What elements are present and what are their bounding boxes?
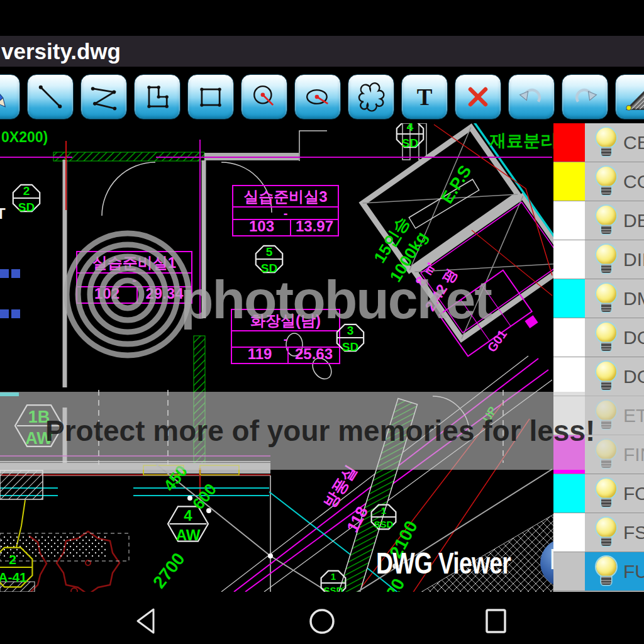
tool-revision-cloud-button[interactable] (348, 74, 394, 119)
dwg-viewer-logo-icon: D WG (540, 538, 553, 587)
dwg-viewer-watermark: DWG Viewer D WG (376, 538, 553, 587)
dwg-viewer-wordmark: DWG Viewer (376, 546, 511, 580)
layer-visibility-bulb-icon[interactable] (596, 401, 617, 430)
layer-label: ETC (623, 405, 644, 426)
layer-label: DOO (623, 327, 644, 348)
photobucket-wordmark: photobucket (180, 269, 492, 330)
tool-undo-button[interactable] (508, 74, 555, 119)
layer-row[interactable]: FSD (553, 513, 644, 552)
recents-icon[interactable] (487, 610, 505, 632)
layers-panel: CEN COL DEF DIM (553, 123, 644, 592)
layer-label: DOS (623, 366, 644, 387)
layer-visibility-bulb-icon[interactable] (596, 479, 617, 508)
layer-row[interactable]: DOS (553, 357, 644, 396)
layer-label: CEN (623, 132, 644, 153)
tool-polygon-button[interactable] (134, 74, 180, 119)
tool-pencil-button[interactable] (0, 74, 20, 119)
layer-color-swatch (553, 474, 585, 513)
layer-color-swatch (553, 240, 585, 279)
home-icon[interactable] (311, 610, 333, 633)
layer-visibility-bulb-icon[interactable] (596, 557, 617, 586)
layer-visibility-bulb-icon[interactable] (596, 245, 617, 274)
drawing-toolbar: T (0, 70, 644, 123)
layer-visibility-bulb-icon[interactable] (596, 518, 617, 547)
layer-visibility-bulb-icon[interactable] (596, 206, 617, 235)
tool-text-button[interactable]: T (401, 74, 448, 119)
layer-color-swatch (553, 123, 585, 162)
layer-row[interactable]: DM (553, 279, 644, 318)
layer-label: DEF (623, 210, 644, 231)
tool-delete-button[interactable] (455, 74, 501, 119)
android-navbar (0, 592, 644, 644)
photobucket-watermark: photobucket (0, 123, 553, 592)
layer-visibility-bulb-icon[interactable] (596, 440, 617, 469)
drawing-canvas[interactable]: 실습준비실3-10313.97실습준비실1-10229.34화장실(남)-119… (0, 123, 553, 592)
layer-visibility-bulb-icon[interactable] (596, 128, 617, 157)
layer-color-swatch (553, 162, 585, 201)
layer-label: FSD (623, 522, 644, 543)
layer-color-swatch (553, 357, 585, 396)
title-bar: versity.dwg (0, 36, 644, 67)
layer-visibility-bulb-icon[interactable] (596, 284, 617, 313)
layer-row[interactable]: FOR (553, 474, 644, 513)
photobucket-rings-icon (67, 233, 189, 355)
tool-circle-button[interactable] (241, 74, 287, 119)
layer-row[interactable]: CEN (553, 123, 644, 162)
layer-label: DM (623, 288, 644, 309)
tool-ellipse-button[interactable] (294, 74, 341, 119)
layer-color-swatch (553, 552, 585, 591)
layer-color-swatch (553, 201, 585, 240)
layer-color-swatch (553, 396, 585, 435)
tool-polyline-button[interactable] (80, 74, 127, 119)
dwg-viewer-app: versity.dwg (0, 0, 644, 644)
layer-row[interactable]: DIM (553, 240, 644, 279)
text-tool-glyph: T (417, 84, 433, 110)
layer-label: COL (623, 171, 644, 192)
layer-row[interactable]: FUR (553, 552, 644, 591)
back-icon[interactable] (138, 609, 153, 633)
layer-row[interactable]: COL (553, 162, 644, 201)
layer-label: FIN (623, 444, 644, 465)
layer-row[interactable]: DOO (553, 318, 644, 357)
layer-color-swatch (553, 318, 585, 357)
layer-label: FUR (623, 561, 644, 582)
tool-line-button[interactable] (27, 74, 74, 119)
layer-visibility-bulb-icon[interactable] (596, 362, 617, 391)
layer-row[interactable]: DEF (553, 201, 644, 240)
layer-label: DIM (623, 249, 644, 270)
layer-row[interactable]: FIN (553, 435, 644, 474)
tool-rectangle-button[interactable] (187, 74, 234, 119)
layer-color-swatch (553, 513, 585, 552)
layer-label: FOR (623, 483, 644, 504)
tool-redo-button[interactable] (562, 74, 608, 119)
layer-row[interactable]: ETC (553, 396, 644, 435)
layer-visibility-bulb-icon[interactable] (596, 167, 617, 196)
document-title: versity.dwg (1, 39, 121, 64)
layer-color-swatch (553, 435, 585, 474)
layer-color-swatch (553, 279, 585, 318)
status-bar (0, 0, 644, 36)
tool-measure-button[interactable] (615, 74, 644, 119)
layer-visibility-bulb-icon[interactable] (596, 323, 617, 352)
